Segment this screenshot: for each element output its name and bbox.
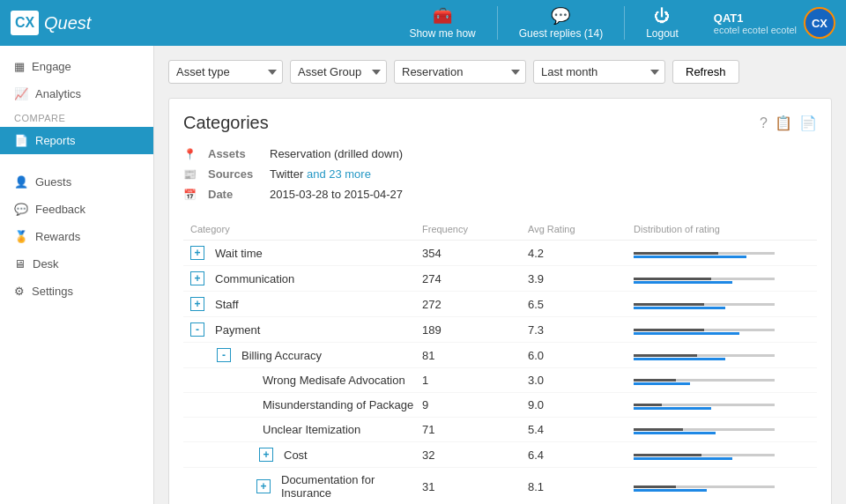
expand-btn[interactable]: - bbox=[190, 322, 204, 337]
distribution-cell bbox=[634, 448, 810, 461]
bar-blue bbox=[634, 457, 732, 460]
guest-replies-btn[interactable]: 💬 Guest replies (14) bbox=[498, 6, 625, 40]
help-icon[interactable]: ? bbox=[760, 115, 768, 131]
settings-icon: ⚙ bbox=[14, 285, 25, 298]
bar-blue bbox=[634, 256, 746, 258]
asset-group-select[interactable]: Asset Group bbox=[290, 60, 387, 84]
content-card: Categories ? 📋 📄 📍 Assets Reservation (d… bbox=[168, 98, 832, 504]
sources-link[interactable]: and 23 more bbox=[307, 167, 371, 181]
user-name: QAT1 bbox=[714, 11, 797, 25]
sidebar-label-engage: Engage bbox=[32, 60, 71, 73]
refresh-button[interactable]: Refresh bbox=[672, 60, 739, 84]
avg-rating-cell: 9.0 bbox=[528, 398, 634, 411]
avatar: CX bbox=[804, 7, 835, 39]
distribution-cell bbox=[634, 298, 810, 310]
export-csv-icon[interactable]: 📄 bbox=[799, 115, 817, 131]
sidebar-item-reports[interactable]: 📄 Reports bbox=[0, 127, 153, 154]
avg-rating-cell: 5.4 bbox=[528, 423, 634, 436]
bar-dark bbox=[634, 329, 704, 331]
expand-btn[interactable]: - bbox=[217, 348, 231, 362]
category-label: Staff bbox=[215, 298, 239, 311]
date-range-select[interactable]: Last month bbox=[533, 60, 665, 84]
logout-label: Logout bbox=[646, 27, 679, 40]
frequency-cell: 81 bbox=[422, 349, 528, 362]
col-frequency: Frequency bbox=[422, 224, 528, 234]
bar-dark bbox=[634, 252, 718, 255]
briefcase-icon: 🧰 bbox=[433, 6, 452, 26]
date-value: 2015-03-28 to 2015-04-27 bbox=[270, 188, 403, 201]
show-me-how-btn[interactable]: 🧰 Show me how bbox=[388, 6, 497, 40]
feedback-icon: 💬 bbox=[14, 203, 28, 216]
avg-rating-cell: 6.0 bbox=[528, 349, 634, 362]
app-header: CX Quest 🧰 Show me how 💬 Guest replies (… bbox=[0, 0, 846, 46]
reservation-select[interactable]: Reservation bbox=[394, 60, 526, 84]
category-cell: Misunderstanding of Package bbox=[190, 398, 422, 411]
sidebar-item-guests[interactable]: 👤 Guests bbox=[0, 168, 153, 196]
table-row: Wrong Medisafe Advocation13.0 bbox=[183, 368, 817, 393]
frequency-cell: 31 bbox=[422, 480, 528, 493]
meta-row-sources: 📰 Sources Twitter and 23 more bbox=[183, 164, 817, 184]
distribution-cell bbox=[634, 374, 810, 387]
sidebar-item-rewards[interactable]: 🏅 Rewards bbox=[0, 223, 153, 250]
frequency-cell: 1 bbox=[422, 374, 528, 387]
avg-rating-cell: 6.4 bbox=[528, 448, 634, 462]
sidebar-item-settings[interactable]: ⚙ Settings bbox=[0, 278, 153, 305]
category-cell: +Staff bbox=[190, 297, 422, 311]
category-label: Misunderstanding of Package bbox=[263, 398, 413, 411]
sidebar-item-analytics[interactable]: 📈 Analytics bbox=[0, 80, 153, 107]
show-me-how-label: Show me how bbox=[409, 27, 475, 40]
frequency-cell: 189 bbox=[422, 323, 528, 337]
avg-rating-cell: 3.0 bbox=[528, 374, 634, 387]
analytics-icon: 📈 bbox=[14, 87, 28, 100]
dist-bar bbox=[634, 298, 775, 310]
sidebar-item-feedback[interactable]: 💬 Feedback bbox=[0, 196, 153, 223]
distribution-cell bbox=[634, 480, 810, 493]
bar-blue bbox=[634, 432, 716, 434]
sidebar-item-desk[interactable]: 🖥 Desk bbox=[0, 250, 153, 278]
sources-value: Twitter and 23 more bbox=[270, 167, 371, 181]
table-row: +Wait time3544.2 bbox=[183, 241, 817, 266]
sources-label: Sources bbox=[208, 167, 270, 181]
frequency-cell: 354 bbox=[422, 247, 528, 260]
expand-btn[interactable]: + bbox=[259, 448, 273, 462]
category-label: Billing Accuracy bbox=[241, 349, 322, 362]
category-label: Wait time bbox=[215, 247, 263, 260]
col-category: Category bbox=[190, 224, 422, 234]
logout-btn[interactable]: ⏻ Logout bbox=[625, 7, 700, 40]
meta-row-assets: 📍 Assets Reservation (drilled down) bbox=[183, 144, 817, 164]
expand-btn[interactable]: + bbox=[190, 297, 204, 311]
expand-btn[interactable]: + bbox=[256, 479, 271, 493]
category-label: Communication bbox=[215, 272, 294, 285]
bar-blue bbox=[634, 307, 725, 309]
bar-blue bbox=[634, 358, 725, 360]
dist-bar bbox=[634, 272, 775, 285]
filter-bar: Asset type Asset Group Reservation Last … bbox=[168, 60, 832, 84]
category-cell: +Wait time bbox=[190, 246, 422, 260]
sidebar-label-guests: Guests bbox=[35, 175, 71, 189]
category-label: Unclear Itemization bbox=[263, 423, 360, 436]
sidebar-item-engage[interactable]: ▦ Engage bbox=[0, 53, 153, 80]
category-cell: Wrong Medisafe Advocation bbox=[190, 374, 422, 387]
category-label: Cost bbox=[284, 448, 308, 462]
distribution-cell bbox=[634, 247, 810, 259]
sidebar-label-reports: Reports bbox=[35, 134, 76, 147]
bar-blue bbox=[634, 382, 690, 385]
asset-type-select[interactable]: Asset type bbox=[168, 60, 283, 84]
compare-label: Compare bbox=[0, 107, 153, 127]
chat-icon: 💬 bbox=[551, 6, 570, 26]
header-nav: 🧰 Show me how 💬 Guest replies (14) ⏻ Log… bbox=[388, 6, 699, 40]
category-label: Payment bbox=[215, 323, 260, 337]
table-header: Category Frequency Avg Rating Distributi… bbox=[183, 219, 817, 241]
bar-dark bbox=[634, 485, 676, 488]
dist-bar bbox=[634, 448, 775, 461]
export-pdf-icon[interactable]: 📋 bbox=[775, 115, 792, 131]
meta-section: 📍 Assets Reservation (drilled down) 📰 So… bbox=[183, 144, 817, 204]
category-cell: -Billing Accuracy bbox=[190, 348, 422, 362]
location-icon: 📍 bbox=[183, 148, 201, 160]
expand-btn[interactable]: + bbox=[190, 271, 204, 285]
expand-btn[interactable]: + bbox=[190, 246, 204, 260]
bar-dark bbox=[634, 278, 711, 280]
user-info: QAT1 ecotel ecotel ecotel bbox=[714, 11, 797, 35]
dist-bar bbox=[634, 399, 775, 411]
desk-icon: 🖥 bbox=[14, 257, 26, 271]
